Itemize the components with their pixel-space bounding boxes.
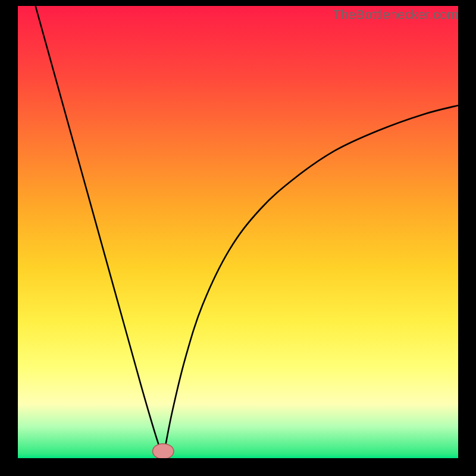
watermark: TheBottlenecker.com bbox=[333, 7, 458, 23]
bottleneck-curve-right bbox=[163, 105, 458, 458]
bottleneck-curve-left bbox=[36, 6, 164, 458]
optimum-marker bbox=[152, 444, 174, 458]
chart-svg bbox=[18, 6, 458, 458]
chart-area bbox=[18, 6, 458, 458]
